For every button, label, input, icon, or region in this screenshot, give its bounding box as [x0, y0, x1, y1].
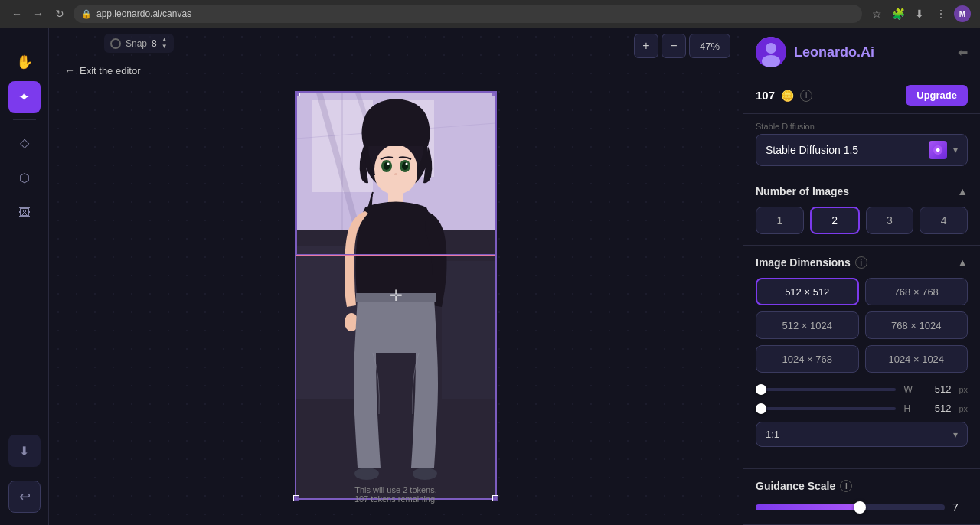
height-unit: px — [959, 404, 968, 413]
width-label: W — [903, 384, 916, 395]
url-text: app.leonardo.ai/canvas — [96, 8, 191, 19]
zoom-value: 47% — [700, 41, 720, 52]
download-button[interactable]: ⬇ — [8, 435, 41, 467]
num-btn-4[interactable]: 4 — [920, 207, 968, 234]
snap-toggle[interactable] — [110, 38, 121, 49]
inpaint-tool-button[interactable]: ⬡ — [8, 161, 41, 194]
aspect-ratio-dropdown[interactable]: 1:1 ▾ — [756, 422, 968, 447]
zoom-display: 47% — [689, 34, 730, 58]
snap-value: 8 — [152, 38, 157, 49]
model-section: Stable Diffusion Stable Diffusion 1.5 ▾ — [743, 114, 980, 174]
dim-1024x1024[interactable]: 1024 × 1024 — [865, 345, 969, 373]
plus-icon: + — [642, 39, 649, 53]
width-unit: px — [959, 385, 968, 394]
dim-512x1024[interactable]: 512 × 1024 — [756, 311, 859, 339]
image-dimensions-header: Image Dimensions i ▲ — [756, 256, 968, 269]
model-label: Stable Diffusion — [756, 122, 968, 131]
chevron-down-icon: ▾ — [953, 145, 958, 155]
browser-chrome: ← → ↻ 🔒 app.leonardo.ai/canvas ☆ 🧩 ⬇ ⋮ M — [0, 0, 980, 28]
zoom-in-button[interactable]: + — [634, 34, 658, 58]
num-btn-1[interactable]: 1 — [756, 207, 804, 234]
guidance-slider-track[interactable] — [756, 504, 945, 510]
width-value: 512 — [923, 383, 951, 395]
panel-header: Leonardo.Ai ⬅ — [743, 28, 980, 77]
height-slider-track[interactable] — [756, 407, 896, 410]
guidance-info-icon[interactable]: i — [840, 480, 852, 492]
eraser-tool-button[interactable]: ◇ — [8, 126, 41, 158]
handle-bottom-right[interactable] — [492, 495, 498, 501]
dim-768x1024[interactable]: 768 × 1024 — [865, 311, 969, 339]
number-buttons-group: 1 2 3 4 — [756, 207, 968, 234]
pan-tool-button[interactable]: ✋ — [8, 46, 41, 78]
back-button[interactable]: ← — [9, 6, 24, 21]
model-logo-icon — [932, 144, 944, 156]
dimensions-info-icon[interactable]: i — [855, 256, 867, 269]
width-slider-thumb[interactable] — [756, 384, 766, 395]
selection-box — [296, 93, 495, 255]
image-upload-button[interactable]: 🖼 — [8, 197, 41, 229]
model-selector[interactable]: Stable Diffusion 1.5 ▾ — [756, 134, 968, 166]
inpaint-icon: ⬡ — [19, 171, 30, 185]
refresh-button[interactable]: ↻ — [52, 6, 67, 21]
image-dimensions-collapse-button[interactable]: ▲ — [957, 256, 968, 269]
download-manager-button[interactable]: ⬇ — [911, 5, 928, 22]
handle-top-left[interactable] — [296, 93, 300, 96]
model-name: Stable Diffusion 1.5 — [766, 144, 923, 156]
guidance-scale-header: Guidance Scale i — [756, 480, 968, 492]
minus-icon: − — [670, 39, 677, 53]
bookmark-button[interactable]: ☆ — [868, 5, 885, 22]
width-slider-track[interactable] — [756, 388, 896, 391]
num-btn-2[interactable]: 2 — [810, 207, 860, 234]
extensions-button[interactable]: 🧩 — [890, 5, 906, 22]
svg-point-25 — [354, 468, 379, 480]
brand-prefix: Leonardo — [794, 44, 857, 60]
token-coin-icon: 🪙 — [781, 90, 794, 102]
upgrade-button[interactable]: Upgrade — [906, 85, 968, 106]
select-icon: ✦ — [18, 89, 30, 106]
number-of-images-header: Number of Images ▲ — [756, 185, 968, 197]
app-container: ✋ ✦ ◇ ⬡ 🖼 ⬇ ↩ ← Exit the editor — [0, 28, 980, 525]
download-icon: ⬇ — [19, 444, 29, 458]
handle-top-right[interactable] — [492, 93, 495, 96]
forward-button[interactable]: → — [31, 6, 46, 21]
profile-avatar[interactable]: M — [954, 5, 971, 22]
pan-icon: ✋ — [16, 54, 33, 70]
snap-up-arrow[interactable]: ▲ — [162, 37, 168, 43]
height-slider-row: H 512 px — [756, 403, 968, 414]
token-line1: This will use 2 tokens. — [354, 485, 437, 494]
dim-512x512[interactable]: 512 × 512 — [756, 278, 859, 305]
panel-close-button[interactable]: ⬅ — [958, 45, 968, 60]
height-slider-thumb[interactable] — [756, 403, 766, 414]
guidance-scale-title: Guidance Scale i — [756, 480, 852, 492]
select-tool-button[interactable]: ✦ — [8, 81, 41, 113]
snap-arrows[interactable]: ▲ ▼ — [162, 37, 168, 50]
token-count: 107 — [756, 89, 775, 102]
avatar-inner — [756, 37, 786, 67]
token-line2: 107 tokens remaining. — [354, 494, 437, 504]
move-cursor-icon: ✛ — [390, 286, 403, 305]
svg-point-26 — [413, 468, 437, 480]
width-slider-row: W 512 px — [756, 383, 968, 395]
image-dimensions-section: Image Dimensions i ▲ 512 × 512 768 × 768… — [743, 246, 980, 469]
dim-768x768[interactable]: 768 × 768 — [865, 278, 969, 305]
canvas-content: ✛ — [49, 66, 743, 525]
right-panel: Leonardo.Ai ⬅ 107 🪙 i Upgrade Stable Dif… — [743, 28, 980, 525]
guidance-slider-thumb[interactable] — [854, 501, 866, 514]
guidance-scale-section: Guidance Scale i 7 — [743, 469, 980, 525]
guidance-scale-value: 7 — [952, 501, 968, 514]
undo-button[interactable]: ↩ — [8, 481, 41, 513]
left-toolbar: ✋ ✦ ◇ ⬡ 🖼 ⬇ ↩ — [0, 28, 49, 525]
snap-down-arrow[interactable]: ▼ — [162, 44, 168, 50]
dim-1024x768[interactable]: 1024 × 768 — [756, 345, 859, 373]
image-container[interactable]: ✛ — [295, 91, 497, 500]
zoom-out-button[interactable]: − — [662, 34, 686, 58]
canvas-area[interactable]: ← Exit the editor Snap 8 ▲ ▼ + − 47% — [49, 28, 743, 525]
token-info-icon[interactable]: i — [800, 90, 812, 102]
num-btn-3[interactable]: 3 — [866, 207, 914, 234]
handle-bottom-left[interactable] — [293, 495, 299, 501]
number-of-images-collapse-button[interactable]: ▲ — [957, 185, 968, 197]
more-button[interactable]: ⋮ — [933, 5, 949, 22]
snap-label: Snap — [126, 38, 147, 49]
height-value: 512 — [923, 403, 951, 414]
url-bar[interactable]: 🔒 app.leonardo.ai/canvas — [74, 5, 862, 23]
